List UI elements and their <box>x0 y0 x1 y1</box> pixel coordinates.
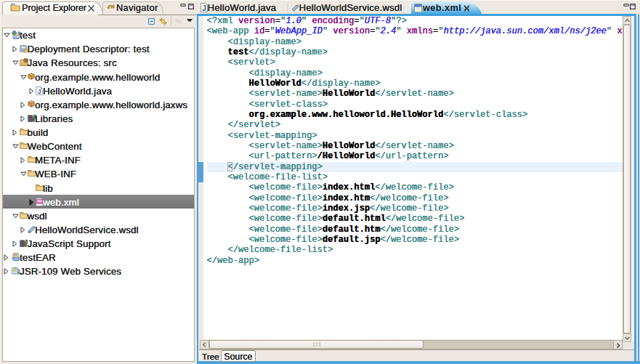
svg-text:J: J <box>37 87 41 94</box>
svg-text:J: J <box>202 4 206 12</box>
